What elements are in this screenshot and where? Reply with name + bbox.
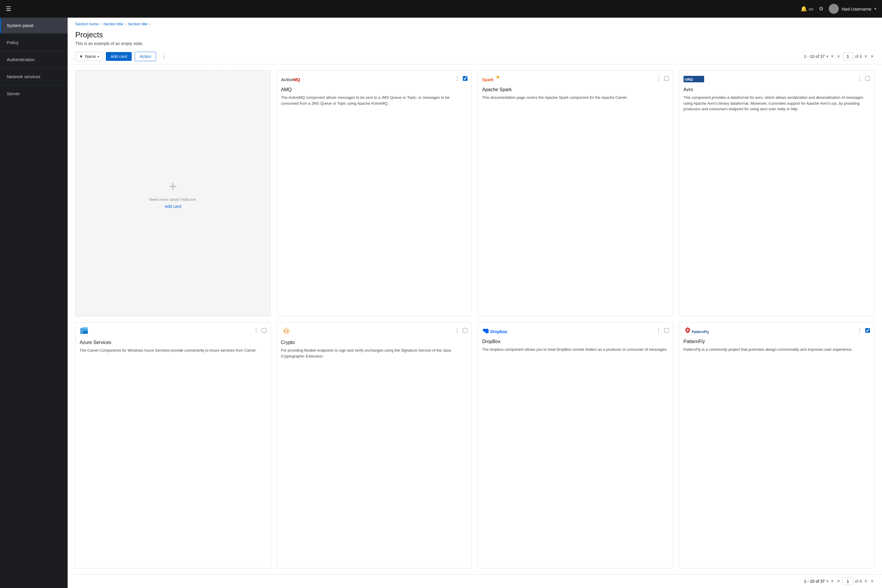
user-menu[interactable]: Ned Username ▾: [829, 4, 876, 14]
bell-icon[interactable]: 🔔 000: [801, 6, 813, 12]
sidebar-divider-3: [0, 68, 68, 68]
breadcrumb-section-title-2[interactable]: Section title: [128, 22, 148, 26]
spark-kebab-icon[interactable]: ⋮: [655, 75, 662, 82]
card-grid: + Need more cards? Add one. Add card Act…: [68, 64, 882, 574]
add-card-placeholder[interactable]: + Need more cards? Add one. Add card: [75, 70, 271, 316]
patternfly-kebab-icon[interactable]: ⋮: [856, 327, 864, 334]
sidebar-item-network-services[interactable]: Network services: [0, 69, 68, 84]
dropbox-logo: Dropbox: [482, 327, 508, 336]
azure-kebab-icon[interactable]: ⋮: [252, 327, 260, 334]
bottom-pagination: 1 - 10 of 37 ▾ × × of 4 × ×: [68, 574, 882, 588]
card-avro-header: VRG ⋮: [680, 70, 874, 84]
card-amq-header: Active MQ ⋮: [277, 70, 472, 84]
crypto-kebab-icon[interactable]: ⋮: [453, 327, 461, 334]
patternfly-checkbox[interactable]: [865, 328, 870, 333]
breadcrumb-section-title-1[interactable]: Section title: [104, 22, 123, 26]
topnav: ☰ 🔔 000 ⚙ Ned Username ▾: [0, 0, 882, 18]
spark-logo: Spark ★: [482, 75, 506, 84]
page-header: Projects This is an example of an empty …: [68, 26, 882, 49]
sidebar-item-system-panel[interactable]: System panel: [0, 18, 68, 33]
username-label: Ned Username: [842, 6, 872, 12]
avro-logo-svg: VRG: [684, 75, 707, 84]
gear-icon[interactable]: ⚙: [819, 6, 824, 12]
topnav-icons: 🔔 000 ⚙ Ned Username ▾: [801, 4, 876, 14]
breadcrumb: Section home › Section title › Section t…: [68, 18, 882, 26]
filter-button[interactable]: ▼ Name ▾: [75, 52, 103, 61]
action-button[interactable]: Action: [135, 52, 156, 61]
crypto-title: Crypto: [281, 340, 468, 345]
patternfly-title: PatternFly: [684, 339, 870, 344]
card-patternfly: PatternFly ⋮ PatternFly PatternFly is a …: [679, 322, 874, 568]
sidebar-item-authentication[interactable]: Authentication: [0, 52, 68, 68]
breadcrumb-sep-2: ›: [125, 22, 126, 26]
avro-card-actions: ⋮: [856, 75, 870, 82]
pagination-last-x-icon[interactable]: ×: [870, 54, 874, 59]
user-caret-icon: ▾: [874, 7, 876, 11]
crypto-checkbox[interactable]: [463, 328, 468, 333]
azure-logo-svg: [80, 327, 92, 336]
crypto-description: For providing flexible endpoints to sign…: [281, 348, 468, 359]
bottom-pagination-first-x-icon[interactable]: ×: [830, 579, 834, 584]
bottom-pagination-range: 1 - 10 of 37: [804, 579, 825, 584]
toolbar: ▼ Name ▾ Add card Action ⋮ 1 - 10 of 37 …: [68, 49, 882, 64]
hamburger-icon[interactable]: ☰: [6, 5, 11, 12]
main-content: Section home › Section title › Section t…: [68, 18, 882, 588]
bottom-pagination-prev-x-icon[interactable]: ×: [836, 579, 841, 584]
azure-description: The Camel Components for Windows Azure S…: [80, 348, 266, 353]
amq-checkbox[interactable]: [463, 76, 468, 81]
card-patternfly-header: PatternFly ⋮: [680, 322, 874, 336]
toolbar-kebab-icon[interactable]: ⋮: [159, 52, 169, 61]
crypto-card-actions: ⋮: [453, 327, 468, 334]
sidebar-item-server[interactable]: Server: [0, 86, 68, 101]
azure-card-actions: ⋮: [252, 327, 266, 334]
bottom-pagination-next-x-icon[interactable]: ×: [864, 579, 868, 584]
pagination-page-input[interactable]: [843, 52, 853, 60]
patternfly-description: PatternFly is a community project that p…: [684, 346, 870, 352]
crypto-logo-svg: [281, 327, 292, 336]
azure-title: Azure Services: [80, 340, 266, 345]
card-dropbox: Dropbox ⋮ DropBox The dropbox component …: [478, 322, 673, 568]
spark-card-body: Apache Spark This documentation page cov…: [478, 84, 673, 316]
activemq-logo-svg: Active MQ: [281, 75, 308, 84]
avatar: [829, 4, 839, 14]
filter-caret-icon: ▾: [98, 55, 99, 58]
breadcrumb-sep-1: ›: [100, 22, 102, 26]
amq-description: The ActiveMQ component allows messages t…: [281, 94, 468, 106]
bottom-pagination-page-input[interactable]: [843, 578, 853, 585]
pagination-first-x-icon[interactable]: ×: [830, 54, 834, 59]
svg-text:Spark: Spark: [482, 77, 494, 82]
spark-checkbox[interactable]: [664, 76, 669, 81]
amq-card-actions: ⋮: [453, 75, 468, 82]
add-card-button[interactable]: Add card: [106, 52, 132, 61]
pagination-next-x-icon[interactable]: ×: [864, 54, 868, 59]
add-card-hint: Need more cards? Add one.: [149, 197, 196, 202]
card-azure-header: ⋮: [75, 322, 270, 336]
dropbox-checkbox[interactable]: [664, 328, 669, 333]
avro-checkbox[interactable]: [865, 76, 870, 81]
bottom-pagination-last-x-icon[interactable]: ×: [870, 579, 874, 584]
amq-title: AMQ: [281, 87, 468, 92]
breadcrumb-section-home[interactable]: Section home: [75, 22, 99, 26]
svg-text:★: ★: [496, 75, 500, 80]
pagination-range-caret-icon[interactable]: ▾: [826, 54, 828, 58]
sidebar-item-policy[interactable]: Policy: [0, 35, 68, 50]
crypto-logo: [281, 327, 292, 336]
svg-text:PatternFly: PatternFly: [692, 330, 709, 334]
dropbox-kebab-icon[interactable]: ⋮: [655, 327, 662, 334]
avro-description: This component provides a dataformat for…: [684, 94, 870, 112]
spark-logo-svg: Spark ★: [482, 75, 506, 84]
sidebar-divider: [0, 34, 68, 34]
pagination-prev-x-icon[interactable]: ×: [836, 54, 841, 59]
bottom-pagination-caret-icon[interactable]: ▾: [826, 579, 828, 583]
crypto-card-body: Crypto For providing flexible endpoints …: [277, 336, 472, 568]
patternfly-logo-svg: PatternFly: [684, 327, 710, 336]
azure-checkbox[interactable]: [262, 328, 266, 333]
card-apache-spark: Spark ★ ⋮ Apache Spark This documentatio…: [478, 70, 673, 316]
bottom-pagination-of-label: of 4: [855, 579, 862, 584]
azure-card-body: Azure Services The Camel Components for …: [75, 336, 270, 568]
avro-kebab-icon[interactable]: ⋮: [856, 75, 864, 82]
patternfly-card-body: PatternFly PatternFly is a community pro…: [680, 336, 874, 568]
amq-kebab-icon[interactable]: ⋮: [453, 75, 461, 82]
pagination-of-label: of 4: [855, 54, 862, 59]
add-card-link[interactable]: Add card: [165, 204, 181, 209]
